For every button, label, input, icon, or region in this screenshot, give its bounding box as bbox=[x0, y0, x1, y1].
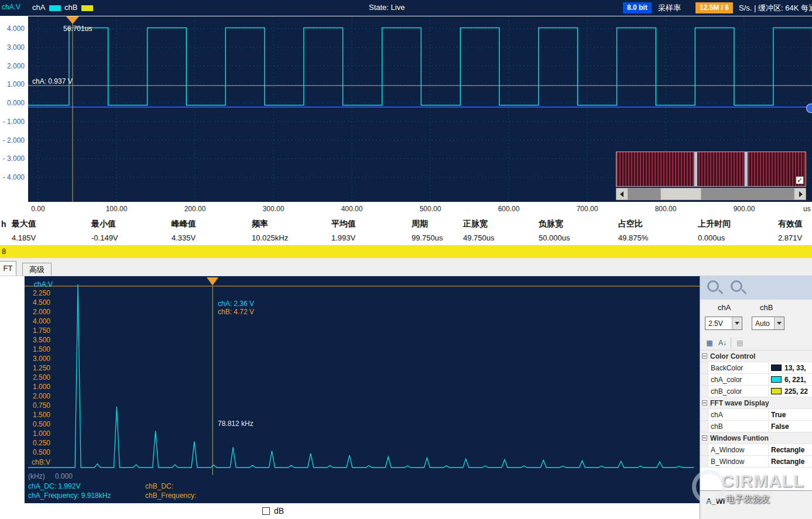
tab-fft[interactable]: FT bbox=[0, 261, 16, 276]
chB-position-handle[interactable] bbox=[807, 104, 812, 112]
property-value: Rectangle bbox=[771, 446, 804, 454]
property-row[interactable]: chBFalse bbox=[700, 421, 812, 432]
chevron-down-icon-2[interactable] bbox=[774, 317, 784, 329]
property-row[interactable]: chB_color225, 22 bbox=[700, 386, 812, 397]
measurement-label: 负脉宽 bbox=[539, 219, 570, 229]
measurement-label: 最大值 bbox=[12, 219, 36, 229]
fft-y-tick-label: 1.000 bbox=[28, 429, 50, 438]
sample-rate-label: 采样率 bbox=[658, 3, 681, 13]
tab-advanced[interactable]: 高级 bbox=[22, 263, 52, 276]
measurement-value: 10.025kHz bbox=[252, 233, 288, 242]
chA-range-value: 2.5V bbox=[708, 319, 723, 328]
property-category[interactable]: Windows Funtion bbox=[700, 432, 812, 444]
property-value: True bbox=[771, 411, 786, 419]
collapse-icon[interactable] bbox=[702, 435, 707, 441]
measurement-column: 平均值1.993V bbox=[331, 219, 356, 242]
fft-y-tick-label: 0.500 bbox=[28, 420, 50, 428]
property-value: Rectangle bbox=[771, 458, 804, 466]
alphabetical-sort-icon[interactable]: A↓ bbox=[717, 337, 728, 349]
property-name: chB_color bbox=[711, 387, 742, 396]
fft-plot[interactable]: chA:V 2.2504.5002.0004.0001.7503.5001.50… bbox=[25, 276, 700, 503]
top-status-bar: chA:V chA chB State: Live 8.0 bit 采样率 12… bbox=[0, 0, 812, 16]
scrollbar-thumb[interactable] bbox=[660, 188, 701, 200]
chA-range-select[interactable]: 2.5V bbox=[705, 317, 742, 330]
grid-gutter bbox=[700, 456, 708, 467]
property-value: False bbox=[771, 422, 789, 431]
scope-x-tick-label: 100.00 bbox=[106, 205, 128, 213]
fft-chB-axis-label: chB:V bbox=[32, 458, 50, 466]
chB-color-swatch[interactable] bbox=[81, 5, 93, 11]
property-name: chA bbox=[711, 411, 723, 419]
scope-x-tick-label: 200.00 bbox=[184, 205, 206, 213]
fft-y-tick-label: 3.500 bbox=[28, 336, 50, 344]
fft-y-tick-label: 2.250 bbox=[28, 289, 50, 297]
measurement-label: 上升时间 bbox=[698, 219, 731, 229]
fft-cursor-handle[interactable] bbox=[207, 277, 218, 286]
scroll-left-button[interactable] bbox=[616, 188, 628, 200]
scope-x-tick-label: 600.00 bbox=[498, 205, 520, 213]
scope-y-tick-label: 4.000 bbox=[7, 25, 25, 33]
chB-channel-label[interactable]: chB bbox=[64, 3, 77, 12]
measurement-column: 最大值4.185V bbox=[12, 219, 36, 242]
property-value: 13, 33, bbox=[784, 364, 806, 372]
buffer-info-label: S/s. | 缓冲区: 64K 每通道 bbox=[739, 3, 812, 13]
level-cursor-label: chA: 0.937 V bbox=[32, 77, 73, 85]
chA-color-swatch[interactable] bbox=[49, 5, 61, 11]
measurement-column: 正脉宽49.750us bbox=[463, 219, 495, 242]
categorized-view-icon[interactable]: ▦ bbox=[704, 337, 715, 349]
chevron-down-icon[interactable] bbox=[732, 317, 742, 329]
scope-y-tick-label: - 3.000 bbox=[3, 154, 25, 163]
time-cursor-label: 56.701us bbox=[63, 25, 92, 33]
time-cursor-handle[interactable] bbox=[66, 16, 79, 24]
buffer-overview[interactable]: ✓ bbox=[616, 152, 806, 187]
property-pages-icon: ▤ bbox=[734, 337, 746, 349]
property-value: 6, 221, bbox=[784, 376, 806, 384]
scope-x-tick-label: 800.00 bbox=[655, 205, 677, 213]
overview-checkbox[interactable]: ✓ bbox=[796, 176, 804, 184]
measurement-label: 平均值 bbox=[331, 219, 356, 229]
scope-y-tick-label: 1.000 bbox=[7, 80, 25, 88]
fft-x-zero-label: 0.000 bbox=[55, 472, 73, 480]
db-checkbox[interactable] bbox=[262, 507, 270, 515]
property-row[interactable]: chA_color6, 221, bbox=[700, 374, 812, 386]
measurement-value: 4.185V bbox=[12, 233, 36, 242]
property-name: BackColor bbox=[711, 364, 743, 372]
fft-x-unit-label: (kHz) bbox=[28, 472, 45, 480]
property-row[interactable]: chATrue bbox=[700, 409, 812, 421]
category-label: Windows Funtion bbox=[710, 434, 769, 442]
grid-gutter bbox=[700, 386, 708, 397]
scroll-right-button[interactable] bbox=[794, 188, 806, 200]
grid-gutter bbox=[700, 409, 708, 420]
property-value: 225, 22 bbox=[784, 387, 808, 396]
fft-marker-chA-value: chA: 2.36 V bbox=[218, 300, 254, 308]
grid-gutter bbox=[700, 421, 708, 432]
property-name: chA_color bbox=[711, 376, 742, 384]
chB-range-select[interactable]: Auto bbox=[752, 317, 784, 330]
fft-chB-dc-readout: chB_DC: bbox=[145, 482, 173, 490]
tab-advanced-label: 高级 bbox=[29, 265, 44, 274]
measurement-value: 50.000us bbox=[539, 233, 570, 242]
measurement-bar: h 最大值4.185V最小值-0.149V峰峰值4.335V频率10.025kH… bbox=[0, 216, 812, 245]
scrollbar-track[interactable] bbox=[628, 188, 794, 200]
scope-y-tick-label: - 1.000 bbox=[3, 118, 25, 126]
measurement-column: 频率10.025kHz bbox=[252, 219, 288, 242]
property-category[interactable]: FFT wave Display bbox=[700, 397, 812, 409]
magnifier-icon-2[interactable] bbox=[731, 280, 742, 292]
scope-plot[interactable]: 56.701us chA: 0.937 V ✓ bbox=[28, 16, 812, 202]
bit-depth-badge: 8.0 bit bbox=[623, 2, 652, 13]
chB-range-value: Auto bbox=[755, 319, 770, 328]
property-grid-toolbar: ▦ A↓ ▤ bbox=[700, 335, 812, 350]
measurement-label: 峰峰值 bbox=[172, 219, 196, 229]
property-category[interactable]: Color Control bbox=[700, 350, 812, 362]
magnifier-icon[interactable] bbox=[707, 280, 719, 292]
property-row[interactable]: A_WindowRectangle bbox=[700, 444, 812, 456]
property-row[interactable]: BackColor13, 33, bbox=[700, 362, 812, 374]
collapse-icon[interactable] bbox=[702, 353, 707, 359]
chA-channel-label[interactable]: chA bbox=[32, 3, 45, 12]
fft-chA-dc-readout: chA_DC: 1.992V bbox=[28, 482, 80, 490]
collapse-icon[interactable] bbox=[702, 400, 707, 405]
buffer-scrollbar[interactable] bbox=[616, 188, 806, 200]
scope-y-tick-label: 3.000 bbox=[7, 43, 25, 51]
property-row[interactable]: B_WindowRectangle bbox=[700, 456, 812, 468]
clipped-column-label: h bbox=[1, 219, 6, 229]
